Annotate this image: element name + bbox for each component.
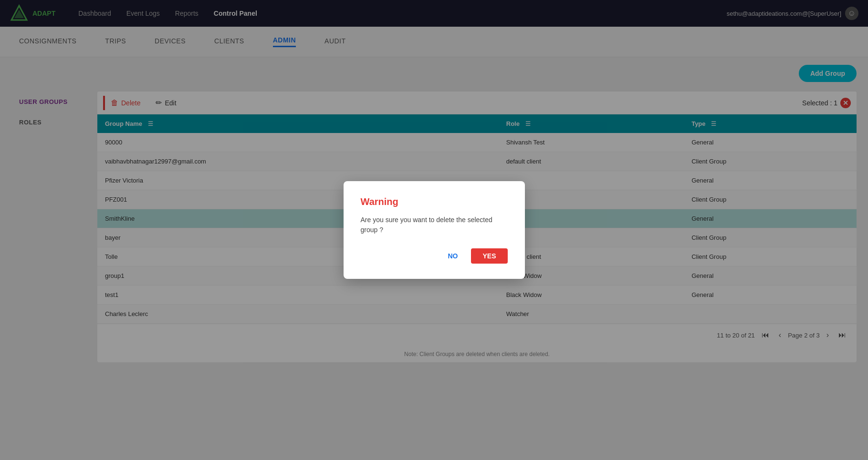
dialog-title: Warning bbox=[361, 196, 508, 207]
dialog-actions: NO YES bbox=[361, 248, 508, 264]
warning-dialog: Warning Are you sure you want to delete … bbox=[344, 181, 525, 279]
dialog-body: Are you sure you want to delete the sele… bbox=[361, 215, 508, 235]
dialog-no-button[interactable]: NO bbox=[440, 248, 465, 264]
dialog-yes-button[interactable]: YES bbox=[471, 248, 507, 264]
modal-overlay: Warning Are you sure you want to delete … bbox=[0, 0, 868, 460]
